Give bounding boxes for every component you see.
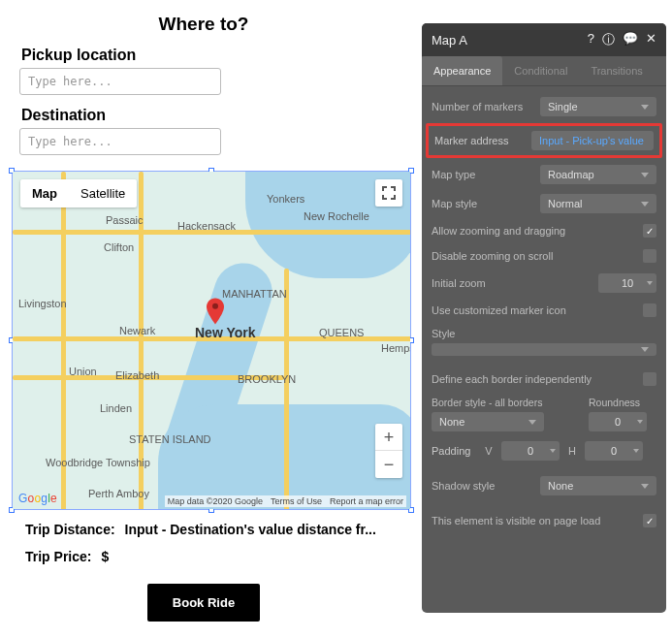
map-type-label: Map type xyxy=(432,169,540,180)
map-city-label: Woodbridge Township xyxy=(46,457,150,468)
visible-label: This element is visible on page load xyxy=(432,515,643,526)
custom-marker-label: Use customized marker icon xyxy=(432,304,643,316)
map-city-label: New Rochelle xyxy=(304,210,369,222)
map-type-select[interactable]: Roadmap xyxy=(540,165,656,184)
border-style-select[interactable]: None xyxy=(432,412,544,431)
map-type-map[interactable]: Map xyxy=(20,179,69,207)
map-city-label: Hempstead xyxy=(381,342,410,354)
trip-distance-value: Input - Destination's value distance fr.… xyxy=(125,522,376,537)
map-city-label: Hackensack xyxy=(177,220,236,232)
disable-scroll-checkbox[interactable] xyxy=(643,249,656,263)
visible-checkbox[interactable]: ✓ xyxy=(643,514,656,527)
close-icon[interactable]: ✕ xyxy=(646,31,656,48)
trip-price-row: Trip Price: $ xyxy=(25,549,396,564)
properties-panel: Map A ? ⓘ 💬 ✕ Appearance Conditional Tra… xyxy=(422,23,666,613)
border-style-label: Border style - all borders xyxy=(432,397,577,408)
map-city-label: BROOKLYN xyxy=(238,373,296,385)
panel-header[interactable]: Map A ? ⓘ 💬 ✕ xyxy=(422,23,666,56)
panel-tabs: Appearance Conditional Transitions xyxy=(422,56,666,86)
tab-conditional[interactable]: Conditional xyxy=(502,56,579,85)
map-city-label: Livingston xyxy=(18,298,67,309)
marker-address-row: Marker address Input - Pick-up's value xyxy=(426,123,662,158)
tab-appearance[interactable]: Appearance xyxy=(422,56,502,85)
destination-label: Destination xyxy=(21,107,396,124)
marker-address-label: Marker address xyxy=(434,135,508,146)
map-canvas[interactable]: PatersonYonkersHackensackNew RochellePas… xyxy=(13,172,410,509)
zoom-in-button[interactable]: + xyxy=(375,424,402,451)
pickup-input[interactable] xyxy=(19,68,221,95)
page-title: Where to? xyxy=(12,14,396,35)
map-city-label: Yonkers xyxy=(267,193,304,205)
custom-marker-checkbox[interactable] xyxy=(643,303,656,317)
map-city-label: Union xyxy=(69,366,97,377)
map-credit: Map data ©2020 Google xyxy=(168,496,263,506)
map-city-label: Newark xyxy=(119,325,155,336)
trip-price-value: $ xyxy=(101,549,109,564)
svg-point-0 xyxy=(212,303,218,309)
allow-zoom-checkbox[interactable]: ✓ xyxy=(643,224,656,238)
map-city-label: Linden xyxy=(100,402,132,414)
map-report-link[interactable]: Report a map error xyxy=(330,496,403,506)
map-terms-link[interactable]: Terms of Use xyxy=(271,496,322,506)
map-city-label: MANHATTAN xyxy=(222,288,287,300)
map-city-label: Elizabeth xyxy=(115,369,159,381)
book-ride-button[interactable]: Book Ride xyxy=(147,584,260,622)
map-main-label: New York xyxy=(195,325,256,340)
pickup-label: Pickup location xyxy=(21,47,396,64)
padding-label: Padding xyxy=(432,445,476,457)
style-select[interactable] xyxy=(432,343,656,356)
zoom-controls[interactable]: + − xyxy=(375,424,402,478)
allow-zoom-label: Allow zooming and dragging xyxy=(432,225,643,237)
padding-h-label: H xyxy=(567,445,577,457)
app-main: Where to? Pickup location Destination Pa… xyxy=(0,0,407,622)
map-city-label: STATEN ISLAND xyxy=(129,433,211,445)
define-border-label: Define each border independently xyxy=(432,373,643,385)
padding-v-input[interactable]: 0 xyxy=(501,441,560,461)
fullscreen-button[interactable] xyxy=(375,179,402,207)
map-marker-icon xyxy=(207,298,224,325)
map-credits: Map data ©2020 Google Terms of Use Repor… xyxy=(165,495,406,507)
marker-address-input[interactable]: Input - Pick-up's value xyxy=(531,131,654,150)
initial-zoom-input[interactable]: 10 xyxy=(598,273,656,293)
zoom-out-button[interactable]: − xyxy=(375,451,402,478)
style-label: Style xyxy=(432,328,656,339)
shadow-select[interactable]: None xyxy=(540,476,656,495)
map-style-select[interactable]: Normal xyxy=(540,194,656,213)
panel-title: Map A xyxy=(432,33,467,48)
tab-transitions[interactable]: Transitions xyxy=(579,56,654,85)
roundness-label: Roundness xyxy=(589,397,656,408)
trip-distance-row: Trip Distance: Input - Destination's val… xyxy=(25,522,396,537)
help-icon[interactable]: ? xyxy=(588,31,594,48)
padding-v-label: V xyxy=(484,445,494,457)
shadow-label: Shadow style xyxy=(432,480,540,492)
define-border-checkbox[interactable] xyxy=(643,372,656,386)
map-city-label: QUEENS xyxy=(319,327,364,338)
disable-scroll-label: Disable zooming on scroll xyxy=(432,250,643,262)
panel-body: Number of markers Single Marker address … xyxy=(422,86,666,613)
map-element[interactable]: PatersonYonkersHackensackNew RochellePas… xyxy=(12,171,411,510)
map-city-label: Perth Amboy xyxy=(88,488,149,499)
num-markers-select[interactable]: Single xyxy=(540,97,656,116)
trip-price-label: Trip Price: xyxy=(25,549,91,564)
initial-zoom-label: Initial zoom xyxy=(432,277,598,289)
destination-input[interactable] xyxy=(19,128,221,155)
roundness-input[interactable]: 0 xyxy=(589,412,647,431)
map-style-label: Map style xyxy=(432,198,540,209)
num-markers-label: Number of markers xyxy=(432,101,540,112)
padding-h-input[interactable]: 0 xyxy=(585,441,643,461)
trip-distance-label: Trip Distance: xyxy=(25,522,115,537)
map-city-label: Passaic xyxy=(106,214,144,226)
comment-icon[interactable]: 💬 xyxy=(623,31,638,48)
google-logo: Google xyxy=(18,492,57,505)
map-type-switch[interactable]: Map Satellite xyxy=(20,179,137,207)
map-type-satellite[interactable]: Satellite xyxy=(69,179,137,207)
fullscreen-icon xyxy=(382,186,396,200)
info-icon[interactable]: ⓘ xyxy=(602,31,615,48)
map-city-label: Clifton xyxy=(104,241,134,253)
